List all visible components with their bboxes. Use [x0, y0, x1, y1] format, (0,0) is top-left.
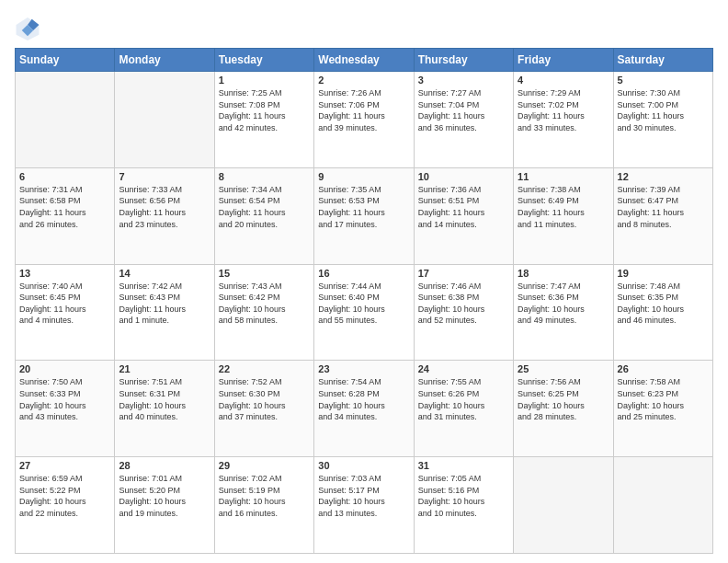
day-number: 7: [119, 171, 210, 182]
day-cell: 15Sunrise: 7:43 AM Sunset: 6:42 PM Dayli…: [214, 264, 313, 361]
day-info: Sunrise: 7:43 AM Sunset: 6:42 PM Dayligh…: [219, 281, 310, 327]
day-info: Sunrise: 7:47 AM Sunset: 6:36 PM Dayligh…: [518, 281, 609, 327]
day-info: Sunrise: 7:02 AM Sunset: 5:19 PM Dayligh…: [219, 473, 310, 519]
day-number: 16: [318, 268, 409, 279]
day-cell: 8Sunrise: 7:34 AM Sunset: 6:54 PM Daylig…: [214, 167, 313, 264]
day-number: 8: [219, 171, 310, 182]
day-cell: [613, 457, 712, 554]
header: [15, 11, 713, 40]
day-cell: 13Sunrise: 7:40 AM Sunset: 6:45 PM Dayli…: [16, 264, 115, 361]
day-info: Sunrise: 7:30 AM Sunset: 7:00 PM Dayligh…: [618, 87, 709, 133]
day-cell: 3Sunrise: 7:27 AM Sunset: 7:04 PM Daylig…: [414, 72, 513, 168]
day-info: Sunrise: 7:58 AM Sunset: 6:23 PM Dayligh…: [618, 376, 709, 422]
day-cell: 19Sunrise: 7:48 AM Sunset: 6:35 PM Dayli…: [613, 264, 712, 361]
day-number: 30: [318, 460, 409, 471]
day-info: Sunrise: 7:42 AM Sunset: 6:43 PM Dayligh…: [119, 281, 210, 327]
calendar-table: SundayMondayTuesdayWednesdayThursdayFrid…: [15, 48, 713, 554]
day-number: 6: [19, 171, 110, 182]
day-cell: 4Sunrise: 7:29 AM Sunset: 7:02 PM Daylig…: [514, 72, 613, 168]
day-number: 9: [318, 171, 409, 182]
week-row-2: 6Sunrise: 7:31 AM Sunset: 6:58 PM Daylig…: [16, 167, 713, 264]
page: SundayMondayTuesdayWednesdayThursdayFrid…: [0, 0, 728, 563]
day-number: 4: [518, 75, 609, 86]
day-number: 28: [119, 460, 210, 471]
week-row-1: 1Sunrise: 7:25 AM Sunset: 7:08 PM Daylig…: [16, 72, 713, 168]
day-cell: 6Sunrise: 7:31 AM Sunset: 6:58 PM Daylig…: [16, 167, 115, 264]
day-cell: 31Sunrise: 7:05 AM Sunset: 5:16 PM Dayli…: [414, 457, 513, 554]
day-cell: [16, 72, 115, 168]
week-row-3: 13Sunrise: 7:40 AM Sunset: 6:45 PM Dayli…: [16, 264, 713, 361]
day-cell: 14Sunrise: 7:42 AM Sunset: 6:43 PM Dayli…: [115, 264, 214, 361]
week-row-5: 27Sunrise: 6:59 AM Sunset: 5:22 PM Dayli…: [16, 457, 713, 554]
day-info: Sunrise: 7:25 AM Sunset: 7:08 PM Dayligh…: [219, 87, 310, 133]
day-number: 5: [618, 75, 709, 86]
day-cell: 5Sunrise: 7:30 AM Sunset: 7:00 PM Daylig…: [613, 72, 712, 168]
day-cell: 25Sunrise: 7:56 AM Sunset: 6:25 PM Dayli…: [514, 361, 613, 457]
day-number: 1: [219, 75, 310, 86]
day-info: Sunrise: 7:26 AM Sunset: 7:06 PM Dayligh…: [318, 87, 409, 133]
day-number: 31: [418, 460, 509, 471]
day-info: Sunrise: 7:35 AM Sunset: 6:53 PM Dayligh…: [318, 184, 409, 230]
day-number: 13: [19, 268, 110, 279]
day-info: Sunrise: 7:03 AM Sunset: 5:17 PM Dayligh…: [318, 473, 409, 519]
week-row-4: 20Sunrise: 7:50 AM Sunset: 6:33 PM Dayli…: [16, 361, 713, 457]
day-cell: 26Sunrise: 7:58 AM Sunset: 6:23 PM Dayli…: [613, 361, 712, 457]
day-info: Sunrise: 7:44 AM Sunset: 6:40 PM Dayligh…: [318, 281, 409, 327]
day-info: Sunrise: 7:39 AM Sunset: 6:47 PM Dayligh…: [618, 184, 709, 230]
day-cell: 7Sunrise: 7:33 AM Sunset: 6:56 PM Daylig…: [115, 167, 214, 264]
col-header-tuesday: Tuesday: [214, 49, 313, 72]
col-header-saturday: Saturday: [613, 49, 712, 72]
day-info: Sunrise: 7:27 AM Sunset: 7:04 PM Dayligh…: [418, 87, 509, 133]
day-cell: 2Sunrise: 7:26 AM Sunset: 7:06 PM Daylig…: [314, 72, 414, 168]
day-cell: 28Sunrise: 7:01 AM Sunset: 5:20 PM Dayli…: [115, 457, 214, 554]
day-cell: 11Sunrise: 7:38 AM Sunset: 6:49 PM Dayli…: [514, 167, 613, 264]
day-number: 26: [618, 363, 709, 374]
day-info: Sunrise: 7:48 AM Sunset: 6:35 PM Dayligh…: [618, 281, 709, 327]
day-number: 27: [19, 460, 110, 471]
day-number: 11: [518, 171, 609, 182]
day-info: Sunrise: 7:46 AM Sunset: 6:38 PM Dayligh…: [418, 281, 509, 327]
day-cell: 22Sunrise: 7:52 AM Sunset: 6:30 PM Dayli…: [214, 361, 313, 457]
day-info: Sunrise: 7:56 AM Sunset: 6:25 PM Dayligh…: [518, 376, 609, 422]
logo: [15, 15, 44, 40]
day-cell: 27Sunrise: 6:59 AM Sunset: 5:22 PM Dayli…: [16, 457, 115, 554]
day-number: 23: [318, 363, 409, 374]
day-number: 3: [418, 75, 509, 86]
day-info: Sunrise: 7:34 AM Sunset: 6:54 PM Dayligh…: [219, 184, 310, 230]
day-cell: 20Sunrise: 7:50 AM Sunset: 6:33 PM Dayli…: [16, 361, 115, 457]
day-number: 24: [418, 363, 509, 374]
day-cell: 24Sunrise: 7:55 AM Sunset: 6:26 PM Dayli…: [414, 361, 513, 457]
day-number: 22: [219, 363, 310, 374]
col-header-monday: Monday: [115, 49, 214, 72]
logo-icon: [15, 15, 40, 40]
day-info: Sunrise: 7:52 AM Sunset: 6:30 PM Dayligh…: [219, 376, 310, 422]
day-cell: 1Sunrise: 7:25 AM Sunset: 7:08 PM Daylig…: [214, 72, 313, 168]
day-number: 25: [518, 363, 609, 374]
day-number: 20: [19, 363, 110, 374]
day-info: Sunrise: 7:31 AM Sunset: 6:58 PM Dayligh…: [19, 184, 110, 230]
day-cell: [514, 457, 613, 554]
day-number: 17: [418, 268, 509, 279]
day-cell: 10Sunrise: 7:36 AM Sunset: 6:51 PM Dayli…: [414, 167, 513, 264]
day-number: 18: [518, 268, 609, 279]
day-info: Sunrise: 7:40 AM Sunset: 6:45 PM Dayligh…: [19, 281, 110, 327]
day-info: Sunrise: 7:50 AM Sunset: 6:33 PM Dayligh…: [19, 376, 110, 422]
day-info: Sunrise: 7:05 AM Sunset: 5:16 PM Dayligh…: [418, 473, 509, 519]
day-info: Sunrise: 7:55 AM Sunset: 6:26 PM Dayligh…: [418, 376, 509, 422]
col-header-friday: Friday: [514, 49, 613, 72]
day-cell: 29Sunrise: 7:02 AM Sunset: 5:19 PM Dayli…: [214, 457, 313, 554]
day-number: 19: [618, 268, 709, 279]
col-header-sunday: Sunday: [16, 49, 115, 72]
day-number: 14: [119, 268, 210, 279]
day-cell: 9Sunrise: 7:35 AM Sunset: 6:53 PM Daylig…: [314, 167, 414, 264]
col-header-wednesday: Wednesday: [314, 49, 414, 72]
day-cell: 16Sunrise: 7:44 AM Sunset: 6:40 PM Dayli…: [314, 264, 414, 361]
day-number: 10: [418, 171, 509, 182]
day-cell: 17Sunrise: 7:46 AM Sunset: 6:38 PM Dayli…: [414, 264, 513, 361]
day-cell: 18Sunrise: 7:47 AM Sunset: 6:36 PM Dayli…: [514, 264, 613, 361]
day-number: 21: [119, 363, 210, 374]
col-header-thursday: Thursday: [414, 49, 513, 72]
day-cell: 21Sunrise: 7:51 AM Sunset: 6:31 PM Dayli…: [115, 361, 214, 457]
day-info: Sunrise: 6:59 AM Sunset: 5:22 PM Dayligh…: [19, 473, 110, 519]
day-info: Sunrise: 7:29 AM Sunset: 7:02 PM Dayligh…: [518, 87, 609, 133]
